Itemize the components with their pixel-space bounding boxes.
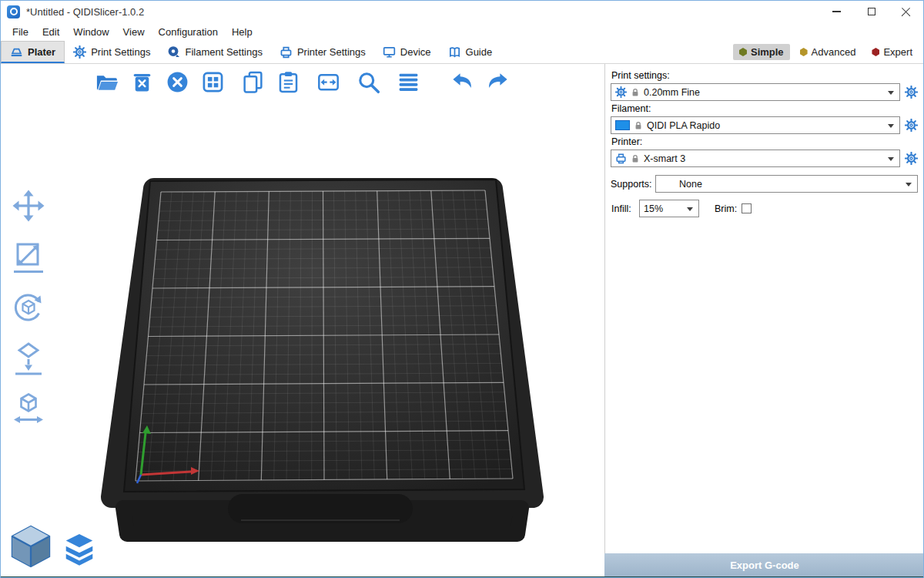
measure-icon	[11, 391, 46, 427]
layers-icon	[397, 70, 420, 94]
measure-tool-button[interactable]	[8, 389, 49, 429]
lock-icon	[634, 121, 642, 130]
printer-icon	[615, 153, 627, 164]
delete-button[interactable]	[126, 66, 157, 97]
lock-icon	[631, 88, 639, 97]
redo-button[interactable]	[482, 66, 513, 97]
printer-gear-button[interactable]	[905, 152, 918, 165]
split-icon	[316, 70, 340, 94]
mode-advanced[interactable]: Advanced	[794, 44, 862, 60]
delete-all-button[interactable]	[162, 66, 192, 97]
open-file-button[interactable]	[91, 66, 122, 97]
undo-button[interactable]	[447, 66, 477, 97]
filament-combo[interactable]: QIDI PLA Rapido	[611, 116, 900, 134]
search-button[interactable]	[353, 66, 383, 97]
trash-icon	[130, 70, 154, 94]
menu-help[interactable]: Help	[225, 26, 259, 38]
mode-simple[interactable]: Simple	[733, 44, 790, 60]
paste-icon	[276, 70, 300, 94]
tab-printer-settings[interactable]: Printer Settings	[271, 41, 374, 63]
app-logo-icon	[7, 5, 20, 18]
gear-icon	[615, 86, 627, 98]
tab-label: Filament Settings	[185, 46, 262, 58]
print-settings-combo[interactable]: 0.20mm Fine	[611, 83, 900, 101]
search-icon	[357, 70, 380, 94]
menu-view[interactable]: View	[116, 26, 152, 38]
filament-icon	[167, 45, 180, 59]
tab-label: Guide	[466, 46, 493, 58]
place-on-face-icon	[11, 341, 46, 376]
split-button[interactable]	[313, 66, 343, 97]
expert-mode-icon	[872, 48, 879, 56]
tab-print-settings[interactable]: Print Settings	[65, 41, 159, 63]
close-icon	[901, 7, 911, 17]
window-controls	[819, 1, 923, 22]
infill-combo[interactable]: 15%	[639, 200, 699, 217]
print-settings-gear-button[interactable]	[905, 86, 918, 99]
brim-checkbox[interactable]	[742, 203, 752, 213]
brim-label: Brim:	[699, 203, 737, 214]
minimize-button[interactable]	[819, 1, 854, 22]
tab-guide[interactable]: Guide	[440, 41, 501, 63]
3d-editor-view-icon	[8, 524, 53, 569]
gear-icon	[73, 45, 86, 59]
tab-filament-settings[interactable]: Filament Settings	[159, 41, 270, 63]
window-title: *Untitled - QIDISlicer-1.0.2	[26, 6, 144, 18]
variable-layer-height-button[interactable]	[393, 66, 424, 97]
mode-expert[interactable]: Expert	[865, 44, 919, 60]
copy-icon	[241, 70, 265, 94]
viewport-3d[interactable]	[1, 64, 604, 576]
printer-combo[interactable]: X-smart 3	[611, 150, 900, 167]
simple-mode-icon	[739, 48, 747, 56]
top-toolbar	[91, 66, 513, 97]
lock-icon	[631, 154, 639, 163]
supports-combo[interactable]: None	[655, 175, 918, 193]
infill-label: Infill:	[611, 203, 634, 214]
tab-label: Print Settings	[91, 46, 150, 58]
arrange-button[interactable]	[197, 66, 228, 97]
tab-plater[interactable]: Plater	[1, 41, 65, 63]
paste-button[interactable]	[273, 66, 303, 97]
app-window: *Untitled - QIDISlicer-1.0.2 File Edit W…	[0, 0, 924, 578]
print-settings-value: 0.20mm Fine	[644, 87, 700, 98]
copy-button[interactable]	[237, 66, 268, 97]
supports-value: None	[679, 179, 702, 190]
filament-gear-button[interactable]	[905, 119, 918, 132]
redo-icon	[486, 70, 510, 94]
open-folder-icon	[95, 70, 119, 94]
sidebar: Print settings: 0.20mm Fine Filament: QI…	[604, 64, 924, 553]
rotate-icon	[11, 290, 46, 325]
tabbar: Plater Print Settings Filament Settings …	[1, 41, 923, 64]
maximize-icon	[868, 8, 875, 15]
mode-switcher: Simple Advanced Expert	[733, 41, 919, 63]
arrange-icon	[201, 70, 225, 94]
menu-edit[interactable]: Edit	[35, 26, 66, 38]
menu-window[interactable]: Window	[66, 26, 116, 38]
preview-layers-icon	[61, 532, 98, 569]
filament-color-swatch	[615, 120, 630, 130]
scale-tool-button[interactable]	[8, 237, 49, 277]
tab-label: Device	[400, 46, 431, 58]
close-button[interactable]	[889, 1, 923, 22]
mode-label: Simple	[751, 46, 784, 58]
titlebar: *Untitled - QIDISlicer-1.0.2	[1, 1, 923, 22]
delete-all-icon	[166, 70, 189, 94]
maximize-button[interactable]	[854, 1, 889, 22]
tab-device[interactable]: Device	[374, 41, 440, 63]
view-switch	[8, 524, 98, 572]
tab-label: Plater	[28, 46, 55, 58]
rotate-tool-button[interactable]	[8, 287, 49, 328]
preview-view-button[interactable]	[61, 532, 98, 572]
menu-configuration[interactable]: Configuration	[152, 26, 225, 38]
mode-label: Expert	[883, 46, 912, 58]
printer-icon	[280, 45, 293, 59]
scale-icon	[11, 239, 46, 274]
menu-file[interactable]: File	[5, 26, 35, 38]
left-toolbar	[8, 186, 49, 429]
bed-handle	[228, 494, 413, 523]
editor-view-button[interactable]	[8, 524, 53, 572]
export-gcode-button[interactable]: Export G-code	[604, 553, 924, 576]
filament-label: Filament:	[611, 103, 918, 114]
place-on-face-tool-button[interactable]	[8, 338, 49, 378]
move-tool-button[interactable]	[8, 186, 49, 226]
